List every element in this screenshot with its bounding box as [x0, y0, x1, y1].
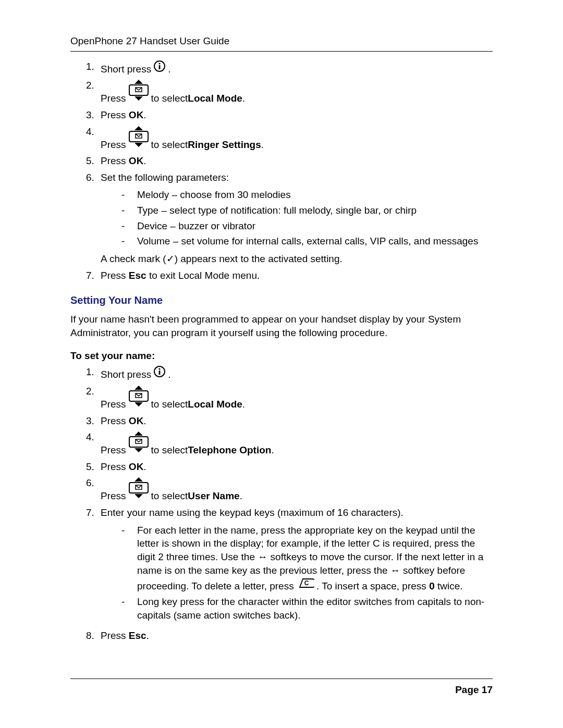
t: . To insert a space, press [316, 581, 429, 591]
text: Short press [101, 368, 151, 381]
page-footer: Page 17 [70, 678, 493, 697]
text: Set the following parameters: [101, 171, 493, 184]
step-num: 3. [86, 108, 101, 122]
text: Press [101, 415, 129, 426]
info-icon [153, 60, 166, 76]
paragraph: If your name hasn't been programmed to a… [70, 313, 493, 339]
step-num: 2. [86, 385, 101, 398]
page: OpenPhone 27 Handset User Guide 1. Short… [0, 0, 563, 728]
step-1: 1. Short press . [86, 365, 493, 381]
bold: OK [129, 461, 144, 472]
dash: - [121, 219, 137, 233]
bold: User Name [188, 489, 239, 503]
step-num: 8. [86, 629, 101, 643]
text: For each letter in the name, press the a… [137, 524, 493, 593]
nav-key-icon [128, 476, 149, 503]
step-2: 2. Press to select Local Mode . [86, 385, 493, 411]
text: Press [101, 461, 129, 472]
text: Press [101, 398, 126, 411]
step-num: 7. [86, 269, 101, 282]
step-num: 5. [86, 154, 101, 168]
step-5: 5. Press OK. [86, 460, 493, 474]
text: . [143, 109, 146, 120]
sub-list: - For each letter in the name, press the… [121, 524, 493, 622]
dash: - [121, 595, 137, 622]
step-num: 2. [86, 79, 101, 92]
dash: - [121, 188, 137, 202]
step-7: 7. Enter your name using the keypad keys… [86, 506, 493, 626]
text: . [261, 138, 264, 152]
text: Device – buzzer or vibrator [137, 219, 493, 233]
bold: OK [129, 155, 144, 166]
step-4: 4. Press to select Telephone Option . [86, 430, 493, 457]
nav-key-icon [128, 385, 149, 411]
text: Press [101, 138, 126, 152]
text: Press [101, 489, 126, 503]
text: to select [151, 443, 188, 457]
step-3: 3. Press OK. [86, 414, 493, 428]
text: . [271, 443, 274, 457]
text: Press [101, 443, 126, 457]
section-heading: Setting Your Name [70, 293, 493, 307]
step-3: 3. Press OK. [86, 108, 493, 122]
step-num: 4. [86, 125, 101, 139]
text: to select [151, 92, 188, 105]
nav-key-icon [128, 125, 149, 152]
step-6: 6. Press to select User Name . [86, 476, 493, 503]
text: . [168, 368, 170, 381]
bold: Local Mode [188, 92, 242, 105]
text: . [146, 630, 149, 641]
sub-list: -Melody – choose from 30 melodies -Type … [121, 188, 493, 248]
step-num: 6. [86, 171, 101, 184]
step-8: 8. Press Esc. [86, 629, 493, 643]
text: . [143, 155, 146, 166]
dash: - [121, 524, 137, 593]
text: to select [151, 398, 188, 411]
step-6: 6. Set the following parameters: -Melody… [86, 171, 493, 266]
page-number: Page 17 [455, 684, 493, 695]
step-num: 6. [86, 476, 101, 490]
dash: - [121, 204, 137, 217]
step-num: 7. [86, 506, 101, 520]
steps-list-2: 1. Short press . 2. Press to select Loca… [86, 365, 493, 643]
text: . [143, 461, 146, 472]
step-num: 5. [86, 460, 101, 474]
step-5: 5. Press OK. [86, 154, 493, 168]
dash: - [121, 235, 137, 248]
step-num: 1. [86, 60, 101, 73]
text: to select [151, 138, 188, 152]
text: Type – select type of notification: full… [137, 204, 493, 217]
text: Short press [101, 63, 151, 76]
step-num: 1. [86, 365, 101, 379]
text: Press [101, 270, 129, 281]
text: Melody – choose from 30 melodies [137, 188, 493, 202]
text: to select [151, 489, 188, 503]
text: . [242, 398, 245, 411]
info-icon [153, 365, 166, 381]
step-1: 1. Short press . [86, 60, 493, 76]
nav-key-icon [128, 79, 149, 105]
step-2: 2. Press to select Local Mode . [86, 79, 493, 105]
text: . [143, 415, 146, 426]
text: Press [101, 92, 126, 105]
header-title: OpenPhone 27 Handset User Guide [70, 35, 229, 46]
sub-heading: To set your name: [70, 349, 493, 363]
nav-key-icon [128, 430, 149, 457]
text: . [168, 63, 170, 76]
c-key-icon [299, 577, 314, 593]
page-header: OpenPhone 27 Handset User Guide [70, 34, 493, 52]
step-num: 3. [86, 414, 101, 428]
text: Volume – set volume for internal calls, … [137, 235, 493, 248]
bold: Telephone Option [188, 443, 271, 457]
text: . [242, 92, 245, 105]
text: Press [101, 630, 129, 641]
arrows-icon: ↔ [258, 551, 267, 562]
text: . [240, 489, 242, 503]
text: Enter your name using the keypad keys (m… [101, 506, 493, 520]
step-num: 4. [86, 430, 101, 444]
steps-list-1: 1. Short press . 2. Press to select Loca… [86, 60, 493, 282]
bold: OK [129, 109, 144, 120]
text: Press [101, 155, 129, 166]
text: Long key press for the character within … [137, 595, 493, 622]
bold: Esc [129, 270, 146, 281]
